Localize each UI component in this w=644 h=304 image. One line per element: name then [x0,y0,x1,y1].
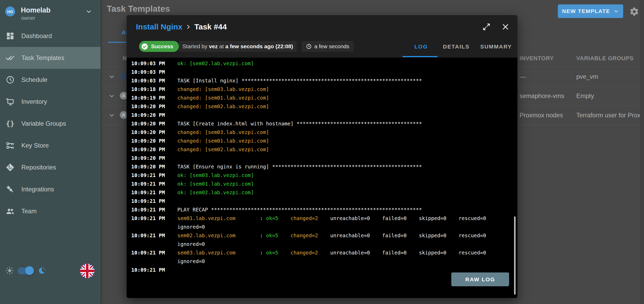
log-line: 10:09:21 PMsem03.lab.vezpi.com : ok=5 ch… [131,248,517,257]
log-line: 10:09:21 PM [131,197,517,205]
log-line: ignored=0 [131,223,517,231]
cell-inventory: semaphore-vms [520,86,564,105]
log-timestamp: 10:09:21 PM [131,197,177,205]
log-text: ok: [sem03.lab.vezpi.com] [177,172,254,178]
check-circle-icon [141,43,148,50]
log-line: 10:09:03 PMTASK [Install nginx] ********… [131,76,517,85]
log-line: 10:09:20 PMTASK [Ensure nginx is running… [131,162,517,171]
chevron-down-icon [613,8,619,14]
gear-icon[interactable] [629,7,639,16]
tab-summary[interactable]: SUMMARY [477,41,516,52]
sidebar-item-schedule[interactable]: Schedule [0,69,101,91]
status-label: Success [151,43,173,50]
log-timestamp: 10:09:20 PM [131,111,177,119]
task-modal: Install Nginx Task #44 Success Started b… [127,15,517,298]
log-scrollbar[interactable] [514,216,516,295]
modal-breadcrumb: Install Nginx Task #44 [136,22,227,31]
project-avatar: HO [5,7,15,16]
page-scrollbar[interactable] [640,0,644,304]
raw-log-button[interactable]: RAW LOG [451,272,509,286]
tab-details[interactable]: DETAILS [438,41,474,52]
log-timestamp: 10:09:03 PM [131,59,177,68]
log-timestamp: 10:09:20 PM [131,128,177,137]
user-row[interactable]: vez Admin [0,287,101,302]
log-text: TASK [Create index.html with hostname] *… [177,121,422,127]
log-timestamp: 10:09:18 PM [131,85,177,94]
log-text: TASK [Install nginx] *******************… [177,78,422,84]
log-text: ignored=0 [177,241,205,247]
log-text: changed=2 [290,250,318,256]
sidebar-item-inventory[interactable]: Inventory [0,91,101,113]
log-text: sem03.lab.vezpi.com [177,250,260,256]
log-text: changed: [sem01.lab.vezpi.com] [177,138,269,144]
sidebar-item-label: Task Templates [21,54,64,62]
log-timestamp: 10:09:20 PM [131,102,177,111]
log-timestamp: 10:09:21 PM [131,205,177,214]
language-flag-icon[interactable] [80,263,95,278]
chevron-down-icon[interactable] [108,73,115,80]
log-line: 10:09:19 PMchanged: [sem01.lab.vezpi.com… [131,94,517,102]
started-prefix: Started by [183,43,209,50]
sidebar-item-key-store[interactable]: Key Store [0,135,101,156]
log-text: changed: [sem03.lab.vezpi.com] [177,86,269,92]
log-timestamp: 10:09:20 PM [131,119,177,128]
cell-variable-groups: Empty [576,86,594,105]
status-badge: Success [139,41,179,52]
log-line: 10:09:20 PM [131,111,517,119]
new-template-button[interactable]: NEW TEMPLATE [558,4,623,18]
log-text [278,233,290,239]
sidebar: HO Homelab owner DashboardTask Templates… [0,0,101,304]
log-timestamp: 10:09:20 PM [131,162,177,171]
log-line: 10:09:20 PMchanged: [sem01.lab.vezpi.com… [131,137,517,145]
sun-icon [5,266,14,275]
repositories-icon [6,163,15,172]
log-text: ok: [sem01.lab.vezpi.com] [177,181,254,187]
breadcrumb-template-link[interactable]: Install Nginx [136,22,182,31]
sidebar-item-label: Schedule [21,76,47,83]
tab-log[interactable]: LOG [407,41,435,52]
log-line: 10:09:20 PMchanged: [sem02.lab.vezpi.com… [131,102,517,111]
log-timestamp: 10:09:21 PM [131,171,177,180]
sidebar-item-label: Inventory [21,98,47,105]
chevron-down-icon[interactable] [108,93,115,99]
log-timestamp: 10:09:21 PM [131,188,177,197]
close-icon[interactable] [502,23,509,31]
log-line: 10:09:20 PM [131,154,517,162]
theme-toggle-knob[interactable] [25,266,34,275]
sidebar-item-label: Repositories [21,164,56,171]
log-line: 10:09:21 PMsem01.lab.vezpi.com : ok=5 ch… [131,214,517,223]
sidebar-item-label: Integrations [21,186,54,193]
log-timestamp: 10:09:19 PM [131,94,177,102]
sidebar-item-task-templates[interactable]: Task Templates [0,47,101,69]
log-line: 10:09:21 PMok: [sem03.lab.vezpi.com] [131,171,517,180]
sidebar-item-label: Dashboard [21,32,52,40]
log-text: ok=5 [266,233,278,239]
log-timestamp: 10:09:21 PM [131,231,177,240]
sidebar-item-variable-groups[interactable]: {}Variable Groups [0,113,101,135]
log-line: 10:09:03 PM [131,68,517,76]
dashboard-icon [6,32,15,40]
team-icon [6,207,15,216]
log-text: : [260,215,266,221]
sidebar-item-dashboard[interactable]: Dashboard [0,25,101,47]
log-text: PLAY RECAP *****************************… [177,207,422,213]
chevron-down-icon[interactable] [108,112,115,119]
sidebar-item-team[interactable]: Team [0,200,101,222]
log-timestamp: 10:09:20 PM [131,137,177,145]
sidebar-item-integrations[interactable]: Integrations [0,178,101,200]
log-timestamp: 10:09:03 PM [131,76,177,85]
log-line: 10:09:21 PMok: [sem02.lab.vezpi.com] [131,188,517,197]
cell-inventory: Proxmox nodes [520,106,563,125]
sidebar-item-label: Key Store [21,142,49,149]
log-line: 10:09:20 PMchanged: [sem02.lab.vezpi.com… [131,145,517,154]
chevron-down-icon [85,8,92,15]
sidebar-item-repositories[interactable]: Repositories [0,156,101,178]
log-text: sem01.lab.vezpi.com [177,215,260,221]
task-templates-icon [6,53,15,62]
project-switcher[interactable]: HO Homelab owner [0,0,101,25]
expand-icon[interactable] [483,23,490,31]
log-timestamp: 10:09:20 PM [131,154,177,162]
log-text: ignored=0 [177,224,205,230]
column-header-inventory: INVENTORY [520,55,554,62]
log-text: TASK [Ensure nginx is running] *********… [177,164,422,170]
